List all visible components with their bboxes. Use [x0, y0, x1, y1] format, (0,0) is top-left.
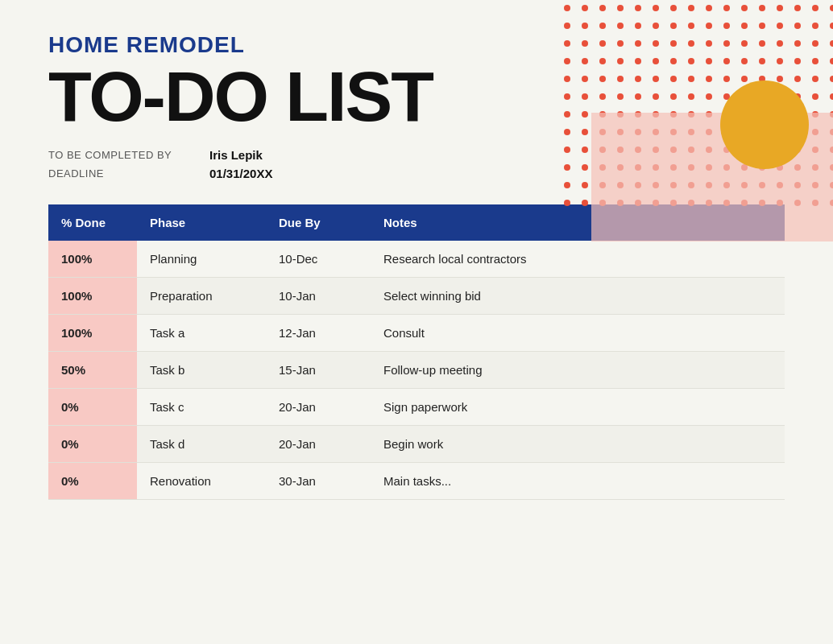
svg-point-5 [653, 5, 659, 11]
svg-point-11 [759, 5, 765, 11]
svg-point-158 [812, 164, 818, 171]
meta-row-completed-by: TO BE COMPLETED BY Iris Lepik [48, 148, 785, 162]
svg-point-163 [617, 182, 624, 188]
cell-percent: 100% [48, 278, 137, 315]
svg-point-17 [582, 23, 588, 29]
svg-point-125 [794, 129, 801, 135]
svg-point-14 [812, 5, 818, 11]
svg-point-174 [812, 182, 818, 188]
cell-phase: Task b [137, 352, 266, 389]
svg-point-0 [564, 5, 570, 11]
svg-point-16 [564, 23, 570, 29]
svg-point-20 [635, 23, 641, 29]
svg-point-77 [794, 76, 801, 82]
svg-point-189 [794, 200, 801, 206]
svg-point-164 [635, 182, 641, 188]
svg-point-95 [830, 93, 833, 100]
svg-point-159 [830, 164, 833, 171]
cell-percent: 0% [48, 426, 137, 463]
svg-point-94 [812, 93, 818, 100]
svg-point-165 [653, 182, 659, 188]
svg-point-22 [670, 23, 677, 29]
cell-due-by: 20-Jan [266, 389, 371, 426]
cell-notes: Follow-up meeting [371, 352, 785, 389]
svg-point-24 [706, 23, 712, 29]
svg-point-173 [794, 182, 801, 188]
svg-point-9 [723, 5, 730, 11]
svg-point-19 [617, 23, 624, 29]
cell-due-by: 10-Jan [266, 278, 371, 315]
cell-due-by: 30-Jan [266, 463, 371, 500]
cell-notes: Research local contractors [371, 241, 785, 278]
svg-point-61 [794, 58, 801, 64]
completed-by-value: Iris Lepik [209, 148, 263, 162]
svg-point-127 [830, 129, 833, 135]
svg-point-25 [723, 23, 730, 29]
cell-notes: Sign paperwork [371, 389, 785, 426]
svg-point-28 [777, 23, 783, 29]
cell-percent: 50% [48, 352, 137, 389]
svg-point-190 [812, 200, 818, 206]
svg-point-168 [706, 182, 712, 188]
cell-notes: Main tasks... [371, 463, 785, 500]
svg-point-47 [830, 40, 833, 47]
svg-point-23 [688, 23, 694, 29]
page-subtitle: HOME REMODEL [48, 32, 785, 58]
table-row: 50%Task b15-JanFollow-up meeting [48, 352, 785, 389]
svg-point-63 [830, 58, 833, 64]
cell-phase: Preparation [137, 278, 266, 315]
cell-due-by: 10-Dec [266, 241, 371, 278]
page-container: dots generated below HOME REMODEL TO-DO … [0, 0, 833, 644]
table-row: 0%Task c20-JanSign paperwork [48, 389, 785, 426]
svg-point-15 [830, 5, 833, 11]
cell-phase: Task c [137, 389, 266, 426]
svg-point-30 [812, 23, 818, 29]
svg-point-46 [812, 40, 818, 47]
svg-point-166 [670, 182, 677, 188]
svg-point-109 [794, 111, 801, 118]
svg-point-175 [830, 182, 833, 188]
cell-phase: Renovation [137, 463, 266, 500]
cell-due-by: 15-Jan [266, 352, 371, 389]
svg-point-18 [599, 23, 606, 29]
col-header-due-by: Due By [266, 204, 371, 241]
svg-point-2 [599, 5, 606, 11]
svg-point-172 [777, 182, 783, 188]
table-row: 0%Task d20-JanBegin work [48, 426, 785, 463]
cell-notes: Select winning bid [371, 278, 785, 315]
table-row: 100%Preparation10-JanSelect winning bid [48, 278, 785, 315]
svg-point-111 [830, 111, 833, 118]
svg-point-31 [830, 23, 833, 29]
todo-table: % Done Phase Due By Notes 100%Planning10… [48, 204, 785, 500]
cell-percent: 0% [48, 389, 137, 426]
svg-point-1 [582, 5, 588, 11]
cell-percent: 100% [48, 315, 137, 352]
cell-phase: Task a [137, 315, 266, 352]
cell-due-by: 20-Jan [266, 426, 371, 463]
svg-point-161 [582, 182, 588, 188]
col-header-percent: % Done [48, 204, 137, 241]
svg-point-8 [706, 5, 712, 11]
svg-point-21 [653, 23, 659, 29]
col-header-phase: Phase [137, 204, 266, 241]
svg-point-62 [812, 58, 818, 64]
table-row: 100%Task a12-JanConsult [48, 315, 785, 352]
svg-point-7 [688, 5, 694, 11]
cell-percent: 0% [48, 463, 137, 500]
cell-percent: 100% [48, 241, 137, 278]
table-row: 0%Renovation30-JanMain tasks... [48, 463, 785, 500]
cell-notes: Consult [371, 315, 785, 352]
svg-point-79 [830, 76, 833, 82]
svg-point-45 [794, 40, 801, 47]
svg-point-93 [794, 93, 801, 100]
svg-point-169 [723, 182, 730, 188]
svg-point-191 [830, 200, 833, 206]
svg-point-29 [794, 23, 801, 29]
svg-point-78 [812, 76, 818, 82]
svg-point-126 [812, 129, 818, 135]
svg-point-162 [599, 182, 606, 188]
table-row: 100%Planning10-DecResearch local contrac… [48, 241, 785, 278]
header: HOME REMODEL TO-DO LIST TO BE COMPLETED … [48, 32, 785, 180]
meta-section: TO BE COMPLETED BY Iris Lepik DEADLINE 0… [48, 148, 785, 180]
svg-point-171 [759, 182, 765, 188]
